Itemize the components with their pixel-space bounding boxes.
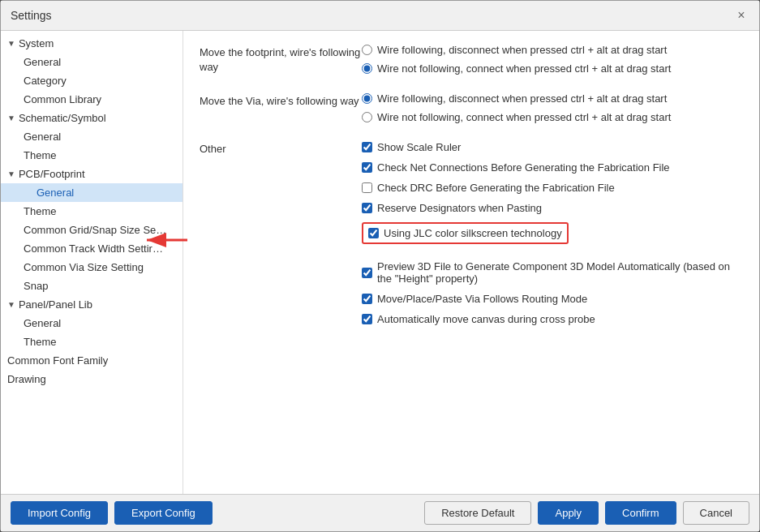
cb-reserve-des-label: Reserve Designators when Pasting — [377, 202, 542, 214]
footer-right: Restore Default Apply Confirm Cancel — [424, 501, 749, 525]
cb-check-drc-label: Check DRC Before Generating the Fabricat… — [377, 182, 615, 194]
radio-label-1: Wire following, disconnect when pressed … — [377, 44, 667, 56]
sidebar-label-category: Category — [24, 75, 67, 87]
expand-icon-pcb: ▼ — [7, 169, 15, 178]
radio-label-3: Wire following, disconnect when pressed … — [377, 92, 667, 105]
sidebar-item-common-via[interactable]: Common Via Size Setting — [1, 258, 182, 277]
checkbox-check-drc: Check DRC Before Generating the Fabricat… — [362, 182, 743, 194]
sidebar-item-theme3[interactable]: Theme — [1, 332, 182, 351]
sidebar-label-common-font: Common Font Family — [7, 354, 108, 367]
sidebar-label-common-library: Common Library — [24, 93, 101, 105]
other-section: Other Show Scale Ruler Check Net Connect… — [200, 141, 743, 333]
move-footprint-options: Wire following, disconnect when pressed … — [362, 44, 743, 81]
sidebar-label-panel: Panel/Panel Lib — [19, 298, 92, 311]
radio-label-4: Wire not following, connect when pressed… — [377, 111, 671, 123]
checkbox-reserve-des: Reserve Designators when Pasting — [362, 202, 743, 214]
radio-wire-disconnect[interactable] — [362, 45, 372, 55]
sidebar-item-general3[interactable]: General — [1, 183, 182, 202]
sidebar-label-snap: Snap — [24, 280, 48, 292]
move-via-label: Move the Via, wire's following way — [200, 92, 362, 109]
cb-jlc-color[interactable] — [368, 228, 379, 238]
sidebar-label-theme3: Theme — [24, 336, 56, 348]
sidebar-item-category[interactable]: Category — [1, 71, 182, 90]
cb-show-scale-label: Show Scale Ruler — [377, 141, 461, 153]
cb-reserve-des[interactable] — [362, 203, 372, 213]
sidebar-item-general1[interactable]: General — [1, 53, 182, 71]
sidebar-item-common-grid[interactable]: Common Grid/Snap Size Se… — [1, 221, 182, 239]
cb-move-via2[interactable] — [362, 294, 372, 304]
dialog-footer: Import Config Export Config Restore Defa… — [1, 494, 759, 531]
cb-jlc-color-label: Using JLC color silkscreen technology — [384, 227, 562, 239]
expand-icon-panel: ▼ — [7, 300, 15, 309]
sidebar-item-schematic[interactable]: ▼ Schematic/Symbol — [1, 109, 182, 127]
cb-auto-move-label: Automatically move canvas during cross p… — [377, 313, 595, 325]
cb-show-scale[interactable] — [362, 142, 372, 152]
dialog-body: ▼ System General Category Common Library… — [1, 31, 759, 494]
move-footprint-label: Move the footprint, wire's following way — [200, 44, 362, 75]
sidebar-item-system[interactable]: ▼ System — [1, 34, 182, 53]
checkbox-auto-move: Automatically move canvas during cross p… — [362, 313, 743, 325]
move-via-section: Move the Via, wire's following way Wire … — [200, 92, 743, 130]
move-via-options: Wire following, disconnect when pressed … — [362, 92, 743, 130]
other-label: Other — [200, 141, 362, 155]
export-config-button[interactable]: Export Config — [114, 501, 213, 525]
sidebar-tree: ▼ System General Category Common Library… — [1, 31, 182, 392]
cb-preview-3d-label: Preview 3D File to Generate Component 3D… — [377, 260, 743, 285]
import-config-button[interactable]: Import Config — [11, 501, 108, 525]
apply-button[interactable]: Apply — [538, 501, 599, 525]
checkbox-jlc-color: Using JLC color silkscreen technology — [362, 222, 569, 244]
sidebar-label-schematic: Schematic/Symbol — [19, 112, 106, 124]
cb-auto-move[interactable] — [362, 314, 372, 324]
sidebar-label-general1: General — [24, 56, 61, 68]
checkbox-check-net: Check Net Connections Before Generating … — [362, 161, 743, 174]
title-bar: Settings × — [1, 1, 759, 31]
radio-option-2: Wire not following, connect when pressed… — [362, 62, 743, 75]
radio-via-disconnect[interactable] — [362, 93, 372, 104]
cb-move-via2-label: Move/Place/Paste Via Follows Routing Mod… — [377, 293, 587, 305]
checkbox-preview-3d: Preview 3D File to Generate Component 3D… — [362, 260, 743, 285]
radio-label-2: Wire not following, connect when pressed… — [377, 62, 671, 75]
cb-preview-3d[interactable] — [362, 268, 372, 278]
sidebar-item-common-library[interactable]: Common Library — [1, 90, 182, 109]
jlc-highlighted-wrapper: Using JLC color silkscreen technology — [362, 222, 743, 252]
sidebar-item-theme2[interactable]: Theme — [1, 202, 182, 221]
radio-option-4: Wire not following, connect when pressed… — [362, 111, 743, 123]
radio-option-3: Wire following, disconnect when pressed … — [362, 92, 743, 105]
sidebar-item-common-font[interactable]: Common Font Family — [1, 351, 182, 370]
dialog-title: Settings — [11, 9, 52, 22]
checkbox-show-scale: Show Scale Ruler — [362, 141, 743, 153]
sidebar-item-snap[interactable]: Snap — [1, 277, 182, 295]
sidebar-label-pcb: PCB/Footprint — [19, 168, 85, 180]
expand-icon-schematic: ▼ — [7, 114, 15, 122]
sidebar-item-general2[interactable]: General — [1, 127, 182, 146]
sidebar-item-common-track[interactable]: Common Track Width Settir… — [1, 239, 182, 258]
settings-dialog: Settings × ▼ System General Category Com… — [0, 0, 760, 532]
content-area: Move the footprint, wire's following way… — [183, 31, 759, 494]
other-options: Show Scale Ruler Check Net Connections B… — [362, 141, 743, 333]
sidebar-item-panel[interactable]: ▼ Panel/Panel Lib — [1, 295, 182, 314]
sidebar-label-system: System — [19, 37, 54, 49]
cb-check-net[interactable] — [362, 162, 372, 173]
close-button[interactable]: × — [733, 7, 749, 24]
radio-via-connect[interactable] — [362, 112, 372, 122]
sidebar-label-general3: General — [36, 187, 74, 199]
sidebar-label-drawing: Drawing — [7, 373, 46, 385]
sidebar-item-drawing[interactable]: Drawing — [1, 370, 182, 388]
cb-check-drc[interactable] — [362, 182, 372, 193]
sidebar-label-general2: General — [24, 131, 61, 143]
expand-icon-system: ▼ — [7, 39, 15, 48]
sidebar-item-general4[interactable]: General — [1, 314, 182, 332]
sidebar-item-theme1[interactable]: Theme — [1, 146, 182, 165]
cb-check-net-label: Check Net Connections Before Generating … — [377, 161, 670, 174]
sidebar-item-pcb[interactable]: ▼ PCB/Footprint — [1, 165, 182, 183]
sidebar-label-common-via: Common Via Size Setting — [24, 261, 144, 273]
radio-option-1: Wire following, disconnect when pressed … — [362, 44, 743, 56]
sidebar-label-theme2: Theme — [24, 205, 56, 217]
restore-default-button[interactable]: Restore Default — [424, 501, 531, 525]
sidebar-label-common-track: Common Track Width Settir… — [24, 242, 163, 255]
radio-wire-connect[interactable] — [362, 63, 372, 74]
confirm-button[interactable]: Confirm — [605, 501, 676, 525]
cancel-button[interactable]: Cancel — [683, 501, 749, 525]
move-footprint-section: Move the footprint, wire's following way… — [200, 44, 743, 81]
sidebar-label-common-grid: Common Grid/Snap Size Se… — [24, 224, 166, 236]
